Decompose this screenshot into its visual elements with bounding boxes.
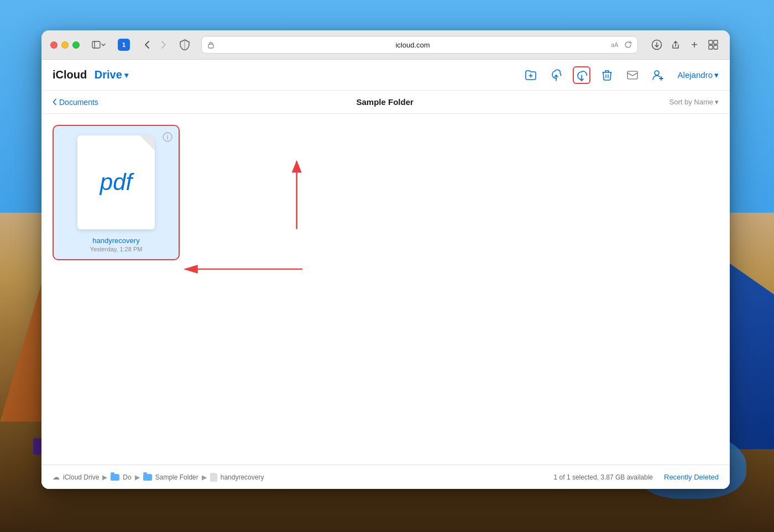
sort-label: Sort by Name [670,98,713,106]
svg-rect-8 [714,45,718,49]
file-area: pdf handyrecovery Yesterday, 1:28 PM [41,114,730,465]
add-person-icon [651,69,665,82]
folder-icon-do [111,474,119,481]
status-info: 1 of 1 selected, 3.87 GB available [554,473,653,481]
address-bar[interactable]: icloud.com aA [201,36,638,54]
sep-1: ▶ [102,473,107,481]
back-label: Documents [59,98,98,107]
file-name: handyrecovery [92,236,139,245]
browser-toolbar-right: + [649,37,721,52]
browser-chrome: 1 [41,30,730,60]
pdf-file-icon: pdf [77,135,155,229]
download-button[interactable] [573,66,590,84]
sep-3: ▶ [202,473,207,481]
sidebar-toggle-button[interactable] [90,37,107,52]
svg-rect-7 [709,45,713,49]
icloud-text: iCloud [53,69,87,81]
current-folder-title: Sample Folder [101,97,670,107]
sidebar-icon [92,40,101,49]
minimize-button[interactable] [61,41,69,49]
status-sample-folder: Sample Folder [155,473,198,481]
share-icon [670,39,681,50]
info-icon [163,132,172,142]
download-icon [651,39,662,50]
svg-point-15 [167,135,168,136]
back-arrow-icon [144,40,150,49]
email-button[interactable] [624,66,641,84]
trash-icon [600,69,614,82]
user-name: Alejandro [678,70,713,80]
sort-button[interactable]: Sort by Name ▾ [670,98,719,106]
breadcrumb-bar: Documents Sample Folder Sort by Name ▾ [41,91,730,114]
svg-rect-2 [208,44,213,48]
drive-text: Drive [95,69,122,81]
password-manager-button[interactable]: 1 [115,37,133,52]
svg-rect-6 [714,40,718,44]
user-menu[interactable]: Alejandro ▾ [678,70,719,80]
back-nav-button[interactable] [139,37,155,52]
url-text: icloud.com [218,41,608,49]
app-title[interactable]: iCloud Drive▾ [53,69,128,81]
file-icon-status [210,473,217,482]
app-header: iCloud Drive▾ [41,60,730,91]
shield-button[interactable] [177,37,192,52]
file-grid: pdf handyrecovery Yesterday, 1:28 PM [53,125,719,260]
chevron-down-icon [101,43,106,47]
header-actions [522,66,667,84]
password-manager-icon: 1 [122,41,125,48]
app-grid-button[interactable] [705,37,721,52]
new-folder-icon [524,69,537,82]
sort-chevron: ▾ [715,98,719,106]
status-documents: Do [123,473,131,481]
svg-rect-5 [709,40,713,44]
forward-arrow-icon [161,40,166,49]
new-folder-button[interactable] [522,66,540,84]
reload-icon[interactable] [624,41,632,49]
file-icon-wrapper: pdf [72,133,160,232]
folder-icon-sample [143,474,152,481]
file-info-button[interactable] [162,131,173,143]
nav-buttons [139,37,171,52]
plus-icon: + [691,39,698,50]
forward-nav-button[interactable] [156,37,171,52]
recently-deleted-link[interactable]: Recently Deleted [664,473,719,481]
svg-rect-0 [92,41,100,48]
status-icloud: iCloud Drive [63,473,99,481]
pdf-label: pdf [100,169,132,196]
translate-icon: aA [611,41,621,49]
user-chevron: ▾ [714,70,719,80]
grid-icon [708,40,718,50]
upload-button[interactable] [547,66,565,84]
add-person-button[interactable] [649,66,667,84]
downloads-button[interactable] [649,37,665,52]
cloud-status-icon: ☁ [53,473,60,481]
back-button[interactable]: Documents [53,98,98,107]
drive-chevron: ▾ [124,71,128,80]
file-date: Yesterday, 1:28 PM [90,246,143,252]
icloud-app: iCloud Drive▾ [41,60,730,489]
cloud-download-icon [575,69,588,82]
mail-icon [626,69,639,82]
upload-icon [550,69,563,82]
shield-icon [180,39,190,50]
maximize-button[interactable] [72,41,80,49]
status-breadcrumb: ☁ iCloud Drive ▶ Do ▶ Sample Folder ▶ ha… [53,473,554,482]
close-button[interactable] [50,41,57,49]
status-bar: ☁ iCloud Drive ▶ Do ▶ Sample Folder ▶ ha… [41,465,730,489]
share-button[interactable] [668,37,683,52]
traffic-lights [50,41,80,49]
back-chevron-icon [53,98,57,106]
delete-button[interactable] [598,66,616,84]
svg-point-12 [655,71,659,75]
browser-window: 1 [41,30,730,489]
status-filename: handyrecovery [221,473,264,481]
svg-rect-11 [627,71,637,79]
file-item[interactable]: pdf handyrecovery Yesterday, 1:28 PM [53,125,180,260]
lock-icon [207,41,215,49]
sep-2: ▶ [135,473,140,481]
svg-text:aA: aA [611,41,619,48]
new-tab-button[interactable]: + [687,37,702,52]
